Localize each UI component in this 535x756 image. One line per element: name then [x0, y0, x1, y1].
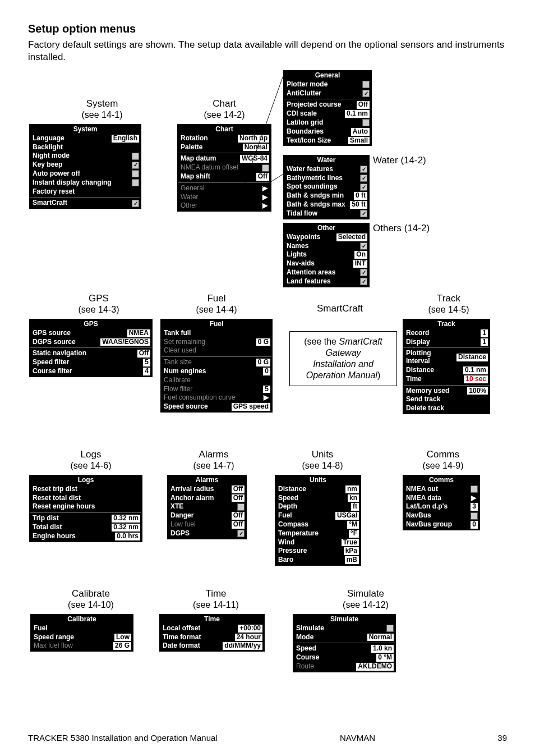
menu-row[interactable]: Fuel consumption curve▶ [162, 393, 271, 402]
menu-row[interactable]: Speed sourceGPS speed [162, 402, 271, 411]
menu-row[interactable]: DGPS [168, 529, 246, 538]
checkbox-icon[interactable] [471, 512, 478, 520]
menu-row[interactable]: Tank full [162, 329, 271, 338]
menu-row[interactable]: Max fuel flow26 G [31, 642, 132, 650]
menu-row[interactable]: Nav-aidsINT [284, 259, 368, 268]
menu-row[interactable]: Record1 [404, 329, 489, 338]
checkbox-icon[interactable] [360, 242, 367, 250]
checkbox-icon[interactable] [132, 162, 139, 169]
menu-row[interactable]: BaromB [276, 556, 360, 565]
menu-row[interactable]: Trip dist0.32 nm [30, 514, 141, 523]
menu-row[interactable]: Arrival radiusOff [168, 485, 246, 494]
checkbox-icon[interactable] [132, 179, 139, 186]
menu-row[interactable]: Tank size0 G [162, 358, 271, 367]
menu-row[interactable]: DGPS sourceWAAS/EGNOS [30, 338, 151, 347]
checkbox-icon[interactable] [360, 166, 367, 173]
menu-row[interactable]: Date formatdd/MMM/yy [160, 642, 264, 650]
checkbox-icon[interactable] [360, 175, 367, 182]
menu-row[interactable]: Text/Icon SizeSmall [284, 136, 371, 145]
menu-row[interactable]: Spot soundings [284, 182, 368, 191]
menu-row[interactable]: NMEA data▶ [404, 494, 479, 503]
menu-row[interactable]: Bath & sndgs max50 ft [284, 200, 368, 209]
menu-row[interactable]: LightsOn [284, 250, 368, 259]
menu-row[interactable]: Night mode [30, 152, 140, 161]
checkbox-icon[interactable] [262, 164, 269, 172]
checkbox-icon[interactable] [360, 269, 367, 276]
menu-row[interactable]: Names [284, 242, 368, 251]
menu-row[interactable]: GPS sourceNMEA [30, 329, 151, 338]
menu-row[interactable]: Time format24 hour [160, 633, 264, 642]
menu-row[interactable]: Low fuelOff [168, 520, 246, 529]
menu-row[interactable]: NavBus [404, 511, 479, 520]
menu-row[interactable]: Projected courseOff [284, 100, 371, 109]
checkbox-icon[interactable] [386, 625, 394, 632]
menu-row[interactable]: Distance0.1 nm [404, 366, 489, 375]
menu-row[interactable]: XTE [168, 502, 246, 511]
menu-row[interactable]: Reset total dist [30, 494, 141, 503]
menu-row[interactable]: FuelUSGal [276, 511, 360, 520]
menu-row[interactable]: NMEA datum offset [178, 163, 270, 172]
checkbox-icon[interactable] [362, 119, 370, 126]
menu-row[interactable]: Instant display changing [30, 178, 140, 187]
menu-row[interactable]: PressurekPa [276, 547, 360, 556]
checkbox-icon[interactable] [362, 90, 370, 97]
menu-row[interactable]: Map datumWGS-84 [178, 154, 270, 163]
menu-row[interactable]: NMEA out [404, 485, 479, 494]
menu-row[interactable]: RouteAKLDEMO [294, 662, 395, 671]
menu-row[interactable]: Course0 °M [294, 653, 395, 662]
checkbox-icon[interactable] [362, 81, 370, 88]
menu-row[interactable]: General▶ [178, 184, 270, 193]
menu-row[interactable]: Anchor alarmOff [168, 494, 246, 503]
menu-row[interactable]: Calibrate [162, 376, 271, 385]
menu-row[interactable]: AntiClutter [284, 89, 371, 98]
menu-row[interactable]: Lat/lon grid [284, 118, 371, 127]
menu-row[interactable]: Tidal flow [284, 209, 368, 218]
menu-row[interactable]: Bath & sndgs min0 ft [284, 191, 368, 200]
menu-row[interactable]: Reset engine hours [30, 502, 141, 511]
menu-row[interactable]: Speed rangeLow [31, 633, 132, 642]
menu-row[interactable]: BoundariesAuto [284, 127, 371, 136]
menu-row[interactable]: WindTrue [276, 538, 360, 547]
menu-row[interactable]: Engine hours0.0 hrs [30, 532, 141, 541]
menu-row[interactable]: Auto power off [30, 169, 140, 178]
menu-row[interactable]: PaletteNormal [178, 143, 270, 152]
menu-row[interactable]: Speedkn [276, 494, 360, 503]
menu-row[interactable]: Land features [284, 277, 368, 286]
menu-row[interactable]: Time10 sec [404, 375, 489, 384]
menu-row[interactable]: Simulate [294, 624, 395, 633]
menu-row[interactable]: Delete track [404, 404, 489, 413]
menu-row[interactable]: Speed filter5 [30, 358, 151, 367]
checkbox-icon[interactable] [360, 210, 367, 217]
menu-row[interactable]: Memory used100% [404, 387, 489, 396]
menu-row[interactable]: SmartCraft [30, 199, 140, 208]
menu-row[interactable]: Factory reset [30, 187, 140, 196]
menu-row[interactable]: Distancenm [276, 485, 360, 494]
menu-row[interactable]: Total dist0.32 nm [30, 523, 141, 532]
menu-row[interactable]: Speed1.0 kn [294, 644, 395, 653]
menu-row[interactable]: Clear used [162, 346, 271, 355]
menu-row[interactable]: Send track [404, 395, 489, 404]
menu-row[interactable]: Water▶ [178, 193, 270, 202]
checkbox-icon[interactable] [132, 200, 139, 207]
checkbox-icon[interactable] [360, 184, 367, 191]
menu-row[interactable]: Lat/Lon d.p's3 [404, 502, 479, 511]
checkbox-icon[interactable] [237, 530, 245, 537]
menu-row[interactable]: Plotter mode [284, 80, 371, 89]
checkbox-icon[interactable] [471, 485, 478, 493]
menu-row[interactable]: Plotting intervalDistance [404, 349, 489, 366]
menu-row[interactable]: RotationNorth up [178, 134, 270, 143]
menu-row[interactable]: ModeNormal [294, 633, 395, 642]
checkbox-icon[interactable] [132, 170, 139, 177]
menu-row[interactable]: Backlight [30, 143, 140, 152]
menu-row[interactable]: Attention areas [284, 268, 368, 277]
menu-row[interactable]: CDI scale0.1 nm [284, 109, 371, 118]
menu-row[interactable]: Key beep [30, 161, 140, 169]
menu-row[interactable]: Num engines0 [162, 367, 271, 376]
menu-row[interactable]: Fuel [31, 624, 132, 633]
menu-row[interactable]: Compass°M [276, 520, 360, 529]
menu-row[interactable]: DangerOff [168, 511, 246, 520]
menu-row[interactable]: Course filter4 [30, 367, 151, 376]
menu-row[interactable]: Water features [284, 165, 368, 174]
menu-row[interactable]: Bathymetric lines [284, 174, 368, 183]
menu-row[interactable]: Temperature°F [276, 529, 360, 538]
